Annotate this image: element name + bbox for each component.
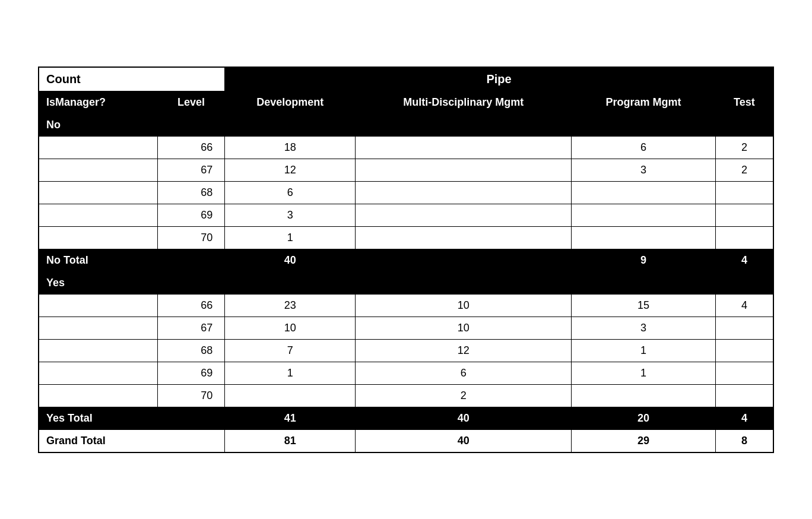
count-header: Count [39,67,225,91]
column-headers-row: IsManager? Level Development Multi-Disci… [39,91,773,113]
grand-total-dev: 81 [225,429,356,452]
yes-row-66-test: 4 [715,294,773,317]
grand-total-label: Grand Total [39,429,225,452]
yes-row-68-level: 68 [157,339,224,362]
no-row-68-level: 68 [157,181,224,204]
yes-row-69-test [715,362,773,384]
yes-row-67-dev: 10 [225,317,356,339]
yes-row-67-is-manager [39,317,157,339]
no-row-67-test: 2 [715,159,773,181]
development-col-header: Development [225,91,356,113]
yes-row-69-prog: 1 [572,362,716,384]
pivot-table-container: Count Pipe IsManager? Level Development … [38,67,774,453]
no-row-69: 69 3 [39,204,773,226]
grand-total-multi: 40 [356,429,572,452]
yes-row-67-multi: 10 [356,317,572,339]
no-row-70-multi [356,226,572,249]
yes-group-multi-empty [356,271,572,294]
yes-row-70-test [715,384,773,407]
no-row-66-prog: 6 [572,136,716,159]
no-group-header-row: No [39,113,773,136]
no-group-multi-empty [356,113,572,136]
yes-group-test-empty [715,271,773,294]
yes-row-67: 67 10 10 3 [39,317,773,339]
yes-total-multi: 40 [356,407,572,429]
no-row-67: 67 12 3 2 [39,159,773,181]
yes-row-68-test [715,339,773,362]
yes-row-66-level: 66 [157,294,224,317]
is-manager-col-header: IsManager? [39,91,157,113]
no-row-66-level: 66 [157,136,224,159]
yes-group-prog-empty [572,271,716,294]
no-row-69-is-manager [39,204,157,226]
no-row-66-is-manager [39,136,157,159]
no-row-68-multi [356,181,572,204]
no-row-66-dev: 18 [225,136,356,159]
yes-row-69-level: 69 [157,362,224,384]
yes-row-70-multi: 2 [356,384,572,407]
yes-total-label: Yes Total [39,407,225,429]
no-group-dev-empty [225,113,356,136]
no-row-67-dev: 12 [225,159,356,181]
no-total-multi [356,249,572,271]
no-row-68-dev: 6 [225,181,356,204]
no-group-label: No [39,113,225,136]
yes-row-68-prog: 1 [572,339,716,362]
no-row-67-is-manager [39,159,157,181]
yes-group-label: Yes [39,271,225,294]
no-row-70-test [715,226,773,249]
yes-row-66-multi: 10 [356,294,572,317]
yes-total-prog: 20 [572,407,716,429]
no-row-66: 66 18 6 2 [39,136,773,159]
yes-row-69-multi: 6 [356,362,572,384]
no-row-70-dev: 1 [225,226,356,249]
yes-row-70-level: 70 [157,384,224,407]
yes-row-66-is-manager [39,294,157,317]
yes-group-dev-empty [225,271,356,294]
test-col-header: Test [715,91,773,113]
no-group-prog-empty [572,113,716,136]
no-row-70-prog [572,226,716,249]
yes-row-70-dev [225,384,356,407]
header-row-1: Count Pipe [39,67,773,91]
yes-row-69-is-manager [39,362,157,384]
no-total-row: No Total 40 9 4 [39,249,773,271]
yes-total-row: Yes Total 41 40 20 4 [39,407,773,429]
yes-total-dev: 41 [225,407,356,429]
no-row-68-is-manager [39,181,157,204]
yes-row-70: 70 2 [39,384,773,407]
no-total-dev: 40 [225,249,356,271]
yes-row-68: 68 7 12 1 [39,339,773,362]
yes-row-67-test [715,317,773,339]
no-row-70-level: 70 [157,226,224,249]
yes-row-67-prog: 3 [572,317,716,339]
no-row-68-prog [572,181,716,204]
yes-row-66-prog: 15 [572,294,716,317]
yes-group-header-row: Yes [39,271,773,294]
grand-total-row: Grand Total 81 40 29 8 [39,429,773,452]
grand-total-test: 8 [715,429,773,452]
no-total-test: 4 [715,249,773,271]
yes-total-test: 4 [715,407,773,429]
no-row-69-test [715,204,773,226]
no-row-68-test [715,181,773,204]
no-row-69-prog [572,204,716,226]
no-row-66-multi [356,136,572,159]
multi-disciplinary-col-header: Multi-Disciplinary Mgmt [356,91,572,113]
yes-row-68-is-manager [39,339,157,362]
program-mgmt-col-header: Program Mgmt [572,91,716,113]
yes-row-68-multi: 12 [356,339,572,362]
no-row-66-test: 2 [715,136,773,159]
grand-total-prog: 29 [572,429,716,452]
no-row-69-multi [356,204,572,226]
no-group-test-empty [715,113,773,136]
yes-row-67-level: 67 [157,317,224,339]
yes-row-70-prog [572,384,716,407]
no-total-prog: 9 [572,249,716,271]
no-row-69-level: 69 [157,204,224,226]
yes-row-69-dev: 1 [225,362,356,384]
no-row-70: 70 1 [39,226,773,249]
yes-row-69: 69 1 6 1 [39,362,773,384]
pivot-table: Count Pipe IsManager? Level Development … [38,67,774,453]
level-col-header: Level [157,91,224,113]
